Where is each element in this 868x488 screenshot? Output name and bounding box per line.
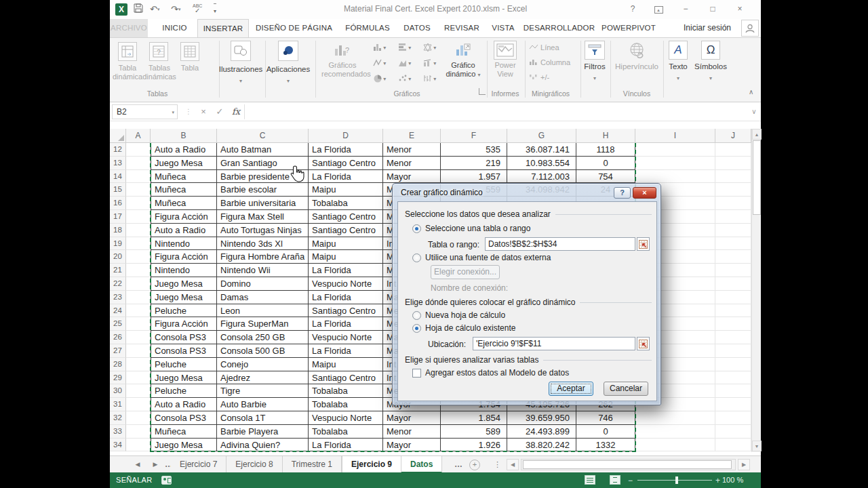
cell[interactable]: Domino xyxy=(217,277,309,291)
radio-select-table-range[interactable] xyxy=(412,224,421,233)
text-button[interactable]: Texto xyxy=(666,62,690,71)
radio-existing-worksheet-label[interactable]: Hoja de cálculo existente xyxy=(425,323,515,333)
cell[interactable] xyxy=(635,143,715,157)
cell[interactable]: Juego Mesa xyxy=(151,371,217,385)
row-header-19[interactable]: 19 xyxy=(110,237,126,251)
cell[interactable]: Santiago Centro xyxy=(309,304,383,318)
cell[interactable]: Tobalaba xyxy=(309,197,383,210)
chart-line-button[interactable]: ▾ xyxy=(373,58,386,70)
cell[interactable] xyxy=(715,277,751,291)
cell[interactable] xyxy=(715,250,751,264)
cell[interactable]: Muñeca xyxy=(151,197,217,210)
cell[interactable]: 746 xyxy=(576,411,635,425)
recommended-pivot-tables-icon[interactable]: ? xyxy=(149,42,168,61)
cell[interactable]: 7.112.003 xyxy=(507,170,576,184)
location-picker-icon[interactable] xyxy=(637,337,650,350)
cell[interactable] xyxy=(126,384,151,398)
cell[interactable] xyxy=(715,210,751,224)
minimize-button[interactable]: − xyxy=(677,3,694,15)
cell[interactable] xyxy=(715,425,751,439)
cancel-button[interactable]: Cancelar xyxy=(604,382,648,396)
column-header-f[interactable]: F xyxy=(441,129,507,143)
row-header-33[interactable]: 33 xyxy=(110,425,126,439)
row-header-21[interactable]: 21 xyxy=(110,264,126,277)
cell[interactable] xyxy=(635,439,715,452)
chart-area-button[interactable]: ▾ xyxy=(398,58,411,70)
cell[interactable]: Adivina Quien? xyxy=(217,439,309,452)
column-header-d[interactable]: D xyxy=(309,129,383,143)
cell[interactable]: Consola PS3 xyxy=(151,331,217,344)
cell[interactable]: Muñeca xyxy=(151,183,217,197)
hscroll-right-icon[interactable]: ▶ xyxy=(738,459,750,470)
cell[interactable] xyxy=(126,304,151,318)
chart-radar-button[interactable]: ▾ xyxy=(423,42,436,54)
row-header-24[interactable]: 24 xyxy=(110,304,126,318)
cell[interactable] xyxy=(715,331,751,344)
cell[interactable] xyxy=(715,157,751,170)
cell[interactable]: Muñeca xyxy=(151,425,217,439)
cell[interactable] xyxy=(126,250,151,264)
sheet-nav-forward-icon[interactable]: ▶ xyxy=(148,456,163,473)
hscroll-left-icon[interactable]: ◀ xyxy=(507,459,519,470)
cell[interactable] xyxy=(126,331,151,344)
cell[interactable]: Barbie universitaria xyxy=(217,197,309,210)
hyperlink-button[interactable]: Hipervínculo xyxy=(613,62,660,71)
cell[interactable] xyxy=(126,197,151,210)
row-header-20[interactable]: 20 xyxy=(110,250,126,264)
cell[interactable]: 39.659.950 xyxy=(507,411,576,425)
recommended-pivot-tables-button[interactable]: Tablas dinámicas xyxy=(140,64,178,81)
sparkline-line-button[interactable]: Línea xyxy=(529,43,559,52)
row-header-22[interactable]: 22 xyxy=(110,277,126,291)
pivot-chart-button[interactable]: Gráficodinámico ▾ xyxy=(443,61,483,79)
zoom-in-icon[interactable]: + xyxy=(715,476,720,485)
cell[interactable]: Consola 1T xyxy=(217,411,309,425)
cell[interactable]: 38.820.242 xyxy=(507,439,576,452)
cell[interactable] xyxy=(715,384,751,398)
tab-scroll-divider[interactable]: ⋮ xyxy=(494,456,500,473)
row-header-31[interactable]: 31 xyxy=(110,398,126,411)
row-header-17[interactable]: 17 xyxy=(110,210,126,224)
cell[interactable] xyxy=(715,264,751,277)
cell[interactable] xyxy=(635,157,715,170)
cell[interactable]: Nintendo xyxy=(151,237,217,251)
cell[interactable]: Figura SuperMan xyxy=(217,317,309,331)
cell[interactable]: Mayor xyxy=(383,170,441,184)
choose-connection-button[interactable]: Elegir conexión... xyxy=(431,265,500,279)
cell[interactable]: Auto a Radio xyxy=(151,224,217,237)
ribbon-display-options-icon[interactable]: ▴ xyxy=(650,3,667,15)
cell[interactable]: Maipu xyxy=(309,183,383,197)
cell[interactable]: Auto Tortugas Ninjas xyxy=(217,224,309,237)
row-header-30[interactable]: 30 xyxy=(110,384,126,398)
cell[interactable] xyxy=(715,304,751,318)
cell[interactable]: 1332 xyxy=(576,439,635,452)
cell[interactable]: Nintendo 3ds Xl xyxy=(217,237,309,251)
cell[interactable]: 1.926 xyxy=(441,439,507,452)
cell[interactable]: Juego Mesa xyxy=(151,157,217,170)
row-header-26[interactable]: 26 xyxy=(110,331,126,344)
column-header-a[interactable]: A xyxy=(126,129,151,143)
cell[interactable] xyxy=(126,237,151,251)
cell[interactable]: Auto a Radio xyxy=(151,143,217,157)
symbols-button[interactable]: Símbolos xyxy=(693,62,728,71)
row-header-12[interactable]: 12 xyxy=(110,143,126,157)
cell[interactable]: Barbie Playera xyxy=(217,425,309,439)
cell[interactable]: Nintendo xyxy=(151,264,217,277)
hyperlink-icon[interactable] xyxy=(625,41,648,60)
collapse-ribbon-icon[interactable]: ∧ xyxy=(749,88,753,96)
cell[interactable]: 36.087.141 xyxy=(507,143,576,157)
cell[interactable] xyxy=(715,237,751,251)
apps-button[interactable]: Aplicaciones xyxy=(266,65,311,74)
cell[interactable]: Mayor xyxy=(383,411,441,425)
cell[interactable] xyxy=(126,157,151,170)
horizontal-scroll-thumb[interactable] xyxy=(523,460,732,469)
cell[interactable] xyxy=(715,317,751,331)
cell[interactable]: Santiago Centro xyxy=(309,210,383,224)
cell[interactable] xyxy=(126,291,151,304)
table-range-input[interactable]: Datos!$B$2:$H$34 xyxy=(485,237,635,251)
sheet-tab-ejercicio-9[interactable]: Ejercicio 9 xyxy=(342,456,401,473)
recommended-charts-icon[interactable]: ? xyxy=(332,41,352,60)
row-header-28[interactable]: 28 xyxy=(110,358,126,371)
power-view-icon[interactable] xyxy=(494,41,517,60)
user-avatar[interactable] xyxy=(741,20,759,37)
cell[interactable]: Figura Max Stell xyxy=(217,210,309,224)
